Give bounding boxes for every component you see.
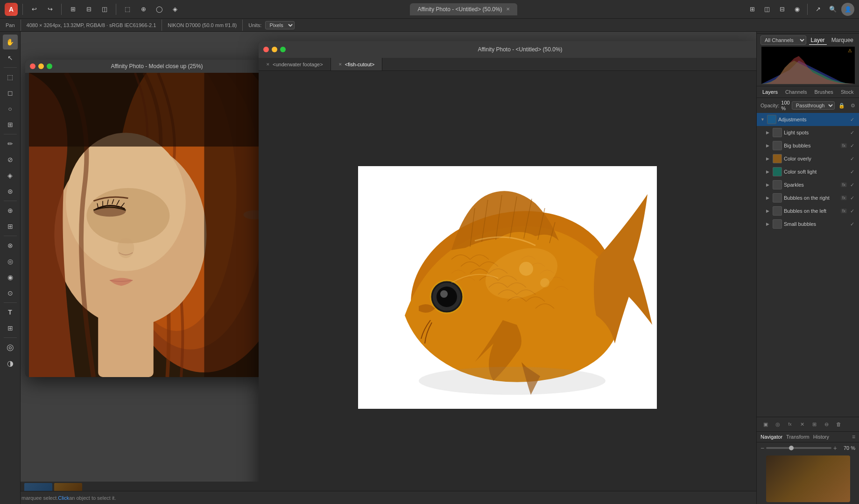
toolbar-btn-8[interactable]: ◯ <box>153 3 166 16</box>
expand-icon-sp[interactable]: ▶ <box>766 182 771 187</box>
expand-icon-co[interactable]: ▶ <box>766 156 771 161</box>
layer-bubbles-left[interactable]: ▶ Bubbles on the left fx ✓ <box>757 204 859 217</box>
channels-tab[interactable]: Channels <box>783 88 809 96</box>
visibility-icon-bb[interactable]: ✓ <box>849 143 855 149</box>
lock-icon[interactable]: 🔒 <box>837 100 847 111</box>
expand-icon-csl[interactable]: ▶ <box>766 169 771 174</box>
user-avatar[interactable]: 👤 <box>841 3 854 16</box>
layer-btn[interactable]: Layer <box>809 36 827 45</box>
layers-tab[interactable]: Layers <box>760 88 780 96</box>
main-title-tab[interactable]: Affinity Photo - <Untitled> (50.0%) ✕ <box>410 3 517 15</box>
group-btn[interactable]: ⊞ <box>809 419 819 429</box>
toolbar-btn-4[interactable]: ⊟ <box>82 3 95 16</box>
layer-big-bubbles[interactable]: ▶ Big bubbles fx ✓ <box>757 139 859 152</box>
smudge-btn[interactable]: ⊗ <box>3 238 18 253</box>
fish-tab[interactable]: ✕ <fish-cutout> <box>331 58 383 70</box>
layer-adjustments[interactable]: ▼ Adjustments ✓ <box>757 113 859 126</box>
zoom-in-btn[interactable]: ⊕ <box>3 203 18 218</box>
brushes-tab[interactable]: Brushes <box>813 88 835 96</box>
units-select[interactable]: Pixels Inches cm <box>265 21 295 29</box>
selection-brush-btn[interactable]: ◻ <box>3 85 18 100</box>
toolbar-btn-7[interactable]: ⊕ <box>137 3 150 16</box>
measure-btn[interactable]: ⊞ <box>3 219 18 234</box>
zoom-slider-thumb[interactable] <box>789 446 794 450</box>
visibility-icon-br[interactable]: ✓ <box>849 195 855 201</box>
visibility-icon-sb[interactable]: ✓ <box>849 221 855 227</box>
toolbar-btn-5[interactable]: ◫ <box>98 3 111 16</box>
lasso-btn[interactable]: ○ <box>3 101 18 116</box>
visibility-icon-adjustments[interactable]: ✓ <box>849 117 855 123</box>
crop-tool-btn[interactable]: ⬚ <box>3 70 18 84</box>
expand-icon-bb[interactable]: ▶ <box>766 143 771 148</box>
add-pixel-layer-btn[interactable]: ▣ <box>760 419 771 429</box>
stock-tab[interactable]: Stock <box>839 88 856 96</box>
paintbrush-btn[interactable]: ✏ <box>3 136 18 151</box>
visibility-icon-bl[interactable]: ✓ <box>849 208 855 214</box>
zoom-plus-btn[interactable]: + <box>833 444 837 452</box>
expand-icon-bl[interactable]: ▶ <box>766 209 771 213</box>
layer-color-overly[interactable]: ▶ Color overly ✓ <box>757 152 859 165</box>
toolbar-btn-1[interactable]: ↩ <box>28 3 41 16</box>
fill-btn[interactable]: ⊘ <box>3 152 18 167</box>
text-tool-btn[interactable]: T <box>3 305 18 320</box>
view-btn-2[interactable]: ◫ <box>760 3 774 16</box>
burn-btn[interactable]: ◉ <box>3 270 18 285</box>
add-fx-btn[interactable]: fx <box>785 419 795 429</box>
eraser-btn[interactable]: ◈ <box>3 168 18 183</box>
shape-btn[interactable]: ⊞ <box>3 321 18 336</box>
toolbar-btn-6[interactable]: ⬚ <box>121 3 134 16</box>
view-btn-3[interactable]: ⊟ <box>775 3 789 16</box>
marquee-btn[interactable]: ⊞ <box>3 117 18 132</box>
opacity-value[interactable]: 100 % <box>781 100 789 111</box>
layer-light-spots[interactable]: ▶ Light spots ✓ <box>757 126 859 139</box>
transform-tab[interactable]: Transform <box>786 434 810 440</box>
mask-btn[interactable]: ✕ <box>797 419 807 429</box>
close-underwater-icon[interactable]: ✕ <box>266 62 270 67</box>
macro-btn[interactable]: ◎ <box>3 340 18 355</box>
view-btn-1[interactable]: ⊞ <box>746 3 759 16</box>
marquee-btn-right[interactable]: Marquee <box>830 36 855 44</box>
underwater-tab[interactable]: ✕ <underwater footage> <box>259 58 331 70</box>
main-photo-window[interactable]: Affinity Photo - <Untitled> (50.0%) ✕ <u… <box>259 41 756 504</box>
navigator-tab[interactable]: Navigator <box>760 434 782 440</box>
toolbar-btn-9[interactable]: ◈ <box>169 3 182 16</box>
zoom-slider[interactable] <box>766 447 831 449</box>
expand-icon-ls[interactable]: ▶ <box>766 130 771 135</box>
layer-color-soft[interactable]: ▶ Color soft light ✓ <box>757 165 859 178</box>
share-btn[interactable]: ↗ <box>811 3 824 16</box>
visibility-icon-co[interactable]: ✓ <box>849 156 855 162</box>
pointer-tool-btn[interactable]: ↖ <box>3 50 18 65</box>
zoom-minus-btn[interactable]: − <box>760 444 764 452</box>
visibility-icon-sp[interactable]: ✓ <box>849 182 855 188</box>
blend-mode-select[interactable]: Passthrough Normal Multiply Screen <box>792 101 835 110</box>
nav-menu-btn[interactable]: ≡ <box>852 434 855 440</box>
duplicate-btn[interactable]: ⊖ <box>821 419 831 429</box>
model-maximize-btn[interactable] <box>47 63 52 69</box>
model-minimize-btn[interactable] <box>38 63 44 69</box>
visibility-icon-ls[interactable]: ✓ <box>849 130 855 136</box>
layer-bubbles-right[interactable]: ▶ Bubbles on the right fx ✓ <box>757 191 859 204</box>
toolbar-btn-3[interactable]: ⊞ <box>66 3 79 16</box>
color-picker-btn[interactable]: ◑ <box>3 356 18 371</box>
main-maximize-btn[interactable] <box>280 47 286 52</box>
expand-icon-br[interactable]: ▶ <box>766 196 771 200</box>
add-adjustment-btn[interactable]: ◎ <box>773 419 783 429</box>
toolbar-btn-2[interactable]: ↪ <box>43 3 56 16</box>
expand-icon-sb[interactable]: ▶ <box>766 222 771 226</box>
model-window[interactable]: Affinity Photo - Model close up (25%) <box>25 60 263 377</box>
close-fish-icon[interactable]: ✕ <box>338 62 342 67</box>
search-btn[interactable]: 🔍 <box>826 3 839 16</box>
view-tool-btn[interactable]: ✋ <box>3 35 18 49</box>
layer-sparkles[interactable]: ▶ Sparkles fx ✓ <box>757 178 859 191</box>
view-btn-4[interactable]: ◉ <box>790 3 803 16</box>
model-close-btn[interactable] <box>30 63 35 69</box>
clone-btn[interactable]: ⊛ <box>3 184 18 199</box>
channel-select[interactable]: All Channels Red Green Blue <box>760 35 806 45</box>
dodge-btn[interactable]: ◎ <box>3 254 18 269</box>
history-tab[interactable]: History <box>813 434 829 440</box>
main-close-btn[interactable] <box>263 47 269 52</box>
expand-icon[interactable]: ▼ <box>760 117 765 122</box>
sponge-btn[interactable]: ⊙ <box>3 286 18 301</box>
settings-icon[interactable]: ⚙ <box>848 100 858 111</box>
main-minimize-btn[interactable] <box>272 47 277 52</box>
